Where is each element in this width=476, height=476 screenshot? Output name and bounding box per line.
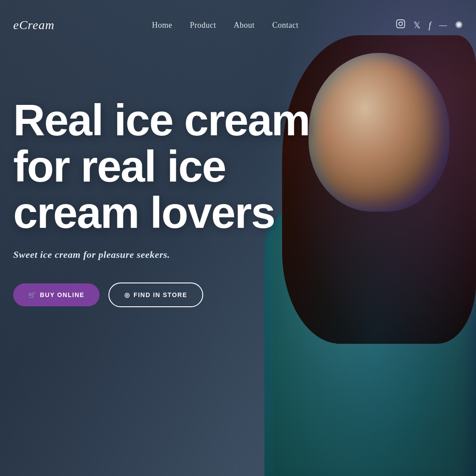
buy-online-label: BUY ONLINE [40, 291, 85, 298]
divider: — [439, 21, 447, 30]
svg-point-2 [403, 21, 404, 22]
hero-content: Real ice cream for real ice cream lovers… [13, 97, 322, 307]
nav-link-contact[interactable]: Contact [272, 21, 299, 30]
nav-link-about[interactable]: About [234, 21, 255, 30]
buy-online-button[interactable]: 🛒 BUY ONLINE [13, 283, 100, 306]
nav-links: Home Product About Contact [152, 21, 299, 30]
find-in-store-label: FIND IN STORE [134, 291, 187, 298]
nav-link-product[interactable]: Product [190, 21, 216, 30]
instagram-icon[interactable] [396, 19, 405, 31]
facebook-icon[interactable]: f [428, 20, 431, 30]
nav-link-home[interactable]: Home [152, 21, 172, 30]
person-head [309, 53, 450, 212]
nav-item-home[interactable]: Home [152, 21, 172, 30]
find-in-store-button[interactable]: ◎ FIND IN STORE [108, 283, 203, 307]
nav-item-product[interactable]: Product [190, 21, 216, 30]
twitter-icon[interactable]: 𝕏 [413, 20, 420, 30]
cart-icon: 🛒 [28, 291, 37, 298]
svg-point-1 [399, 22, 402, 26]
nav-item-contact[interactable]: Contact [272, 21, 299, 30]
svg-rect-0 [397, 20, 405, 28]
theme-toggle-icon[interactable]: ✺ [455, 19, 463, 31]
brand-logo[interactable]: eCream [13, 18, 55, 32]
nav-item-about[interactable]: About [234, 21, 255, 30]
hero-subtitle: Sweet ice cream for pleasure seekers. [13, 249, 322, 260]
navbar: eCream Home Product About Contact [0, 0, 476, 50]
page-wrapper: eCream Home Product About Contact [0, 0, 476, 476]
nav-icons: 𝕏 f — ✺ [396, 19, 463, 31]
location-icon: ◎ [124, 291, 130, 298]
hero-buttons: 🛒 BUY ONLINE ◎ FIND IN STORE [13, 283, 322, 307]
hero-headline: Real ice cream for real ice cream lovers [13, 97, 322, 236]
